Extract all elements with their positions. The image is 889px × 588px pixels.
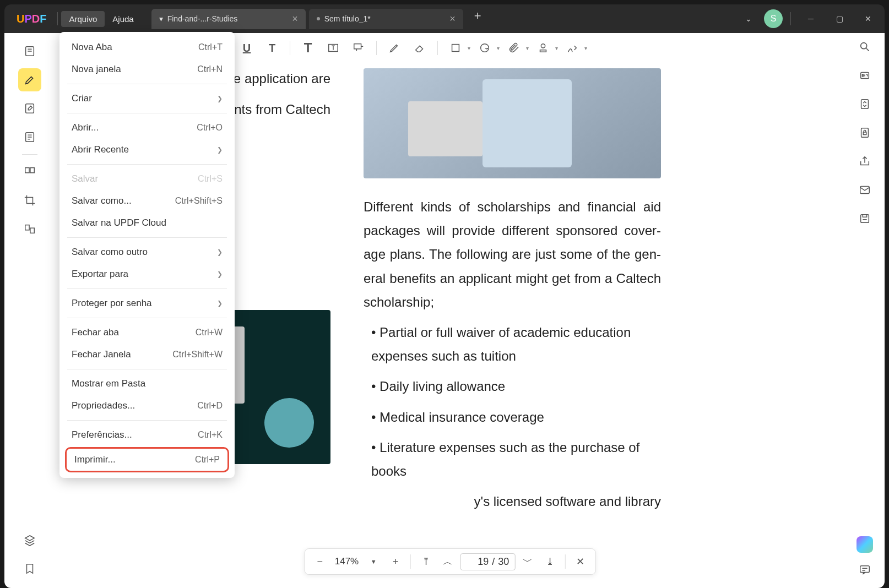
text-icon[interactable]: T <box>297 38 319 58</box>
svg-rect-6 <box>30 228 34 233</box>
minimize-button[interactable]: ─ <box>799 9 823 29</box>
save-icon[interactable] <box>859 213 871 228</box>
chevron-down-icon[interactable]: ▾ <box>526 45 529 51</box>
pencil-icon[interactable] <box>383 38 405 58</box>
attachment-icon[interactable] <box>503 38 525 58</box>
menu-item[interactable]: Proteger por senha❯ <box>59 292 235 314</box>
svg-rect-8 <box>354 44 361 49</box>
svg-rect-14 <box>861 100 869 109</box>
close-button[interactable]: ✕ <box>856 9 880 29</box>
menu-item[interactable]: Mostrar em Pasta <box>59 373 235 395</box>
protect-icon[interactable] <box>859 127 871 142</box>
first-page-button[interactable]: ⤒ <box>416 552 435 571</box>
next-page-button[interactable]: ﹀ <box>518 552 537 571</box>
user-avatar[interactable]: S <box>764 9 783 28</box>
tab-indicator-icon: ▾ <box>159 14 163 23</box>
page-number-input[interactable] <box>467 556 489 568</box>
tab-indicator-icon <box>317 17 320 20</box>
search-icon[interactable] <box>859 41 871 56</box>
menu-item[interactable]: Imprimir...Ctrl+P <box>67 449 227 471</box>
right-sidebar <box>845 33 885 588</box>
new-tab-button[interactable]: + <box>467 9 489 29</box>
menu-item[interactable]: Fechar JanelaCtrl+Shift+W <box>59 344 235 366</box>
svg-rect-15 <box>861 128 869 138</box>
left-sidebar <box>4 33 55 588</box>
signature-icon[interactable] <box>561 38 583 58</box>
close-icon[interactable]: × <box>449 13 456 25</box>
chevron-down-icon[interactable]: ⌄ <box>738 14 760 23</box>
svg-rect-3 <box>25 168 29 173</box>
tab-title: Sem título_1* <box>324 14 371 23</box>
menu-item[interactable]: Exportar para❯ <box>59 263 235 285</box>
squiggly-icon[interactable]: T <box>261 38 283 58</box>
menu-item[interactable]: Propriedades...Ctrl+D <box>59 395 235 417</box>
shape-rect-icon[interactable] <box>444 38 467 58</box>
menu-item[interactable]: Nova AbaCtrl+T <box>59 36 235 58</box>
svg-rect-9 <box>452 45 459 52</box>
comments-icon[interactable] <box>859 564 871 579</box>
svg-rect-16 <box>863 132 866 135</box>
page-controls: − 147% ▼ + ⤒ ︿ / 30 ﹀ ⤓ ✕ <box>305 548 596 575</box>
highlight-tool-icon[interactable] <box>18 68 41 91</box>
doc-bullet: y's licensed software and library <box>364 489 661 513</box>
bookmark-icon[interactable] <box>18 557 41 580</box>
document-column-right: Different kinds of scholarships and fina… <box>364 68 661 582</box>
zoom-dropdown-button[interactable]: ▼ <box>364 552 383 571</box>
chevron-down-icon[interactable]: ▾ <box>497 45 500 51</box>
menu-item[interactable]: Nova janelaCtrl+N <box>59 58 235 80</box>
email-icon[interactable] <box>859 184 871 199</box>
zoom-out-button[interactable]: − <box>311 552 329 571</box>
menu-item[interactable]: Salvar na UPDF Cloud <box>59 212 235 234</box>
menu-item[interactable]: Salvar como...Ctrl+Shift+S <box>59 190 235 212</box>
reader-tool-icon[interactable] <box>18 40 41 63</box>
callout-icon[interactable] <box>348 38 370 58</box>
maximize-button[interactable]: ▢ <box>827 9 852 29</box>
app-logo: UPDF <box>17 13 46 25</box>
doc-bullet: • Partial or full waiver of academic edu… <box>364 320 661 368</box>
svg-rect-1 <box>26 104 34 113</box>
title-bar: UPDF Arquivo Ajuda ▾Find-and-...r-Studie… <box>4 4 885 33</box>
chevron-down-icon[interactable]: ▾ <box>555 45 558 51</box>
prev-page-button[interactable]: ︿ <box>438 552 457 571</box>
document-tab[interactable]: ▾Find-and-...r-Studies × <box>151 9 306 29</box>
svg-point-12 <box>861 43 867 49</box>
close-icon[interactable]: × <box>292 13 298 25</box>
svg-rect-18 <box>861 215 869 223</box>
menu-item[interactable]: Abrir...Ctrl+O <box>59 117 235 139</box>
page-number-box[interactable]: / 30 <box>460 553 515 570</box>
pages-tool-icon[interactable] <box>18 126 41 149</box>
ai-assistant-icon[interactable] <box>857 536 873 553</box>
compress-tool-icon[interactable] <box>18 217 41 241</box>
organize-tool-icon[interactable] <box>18 160 41 183</box>
svg-rect-5 <box>25 225 29 230</box>
doc-paragraph: Different kinds of scholarships and fina… <box>364 195 661 314</box>
edit-tool-icon[interactable] <box>18 97 41 120</box>
menu-item[interactable]: Salvar como outro❯ <box>59 241 235 263</box>
layers-icon[interactable] <box>18 529 41 552</box>
menu-item[interactable]: Criar❯ <box>59 88 235 110</box>
menu-item[interactable]: Preferências...Ctrl+K <box>59 424 235 446</box>
chevron-down-icon[interactable]: ▾ <box>468 45 470 51</box>
menu-help[interactable]: Ajuda <box>105 11 141 27</box>
crop-tool-icon[interactable] <box>18 189 41 212</box>
close-controls-button[interactable]: ✕ <box>571 552 589 571</box>
convert-icon[interactable] <box>859 98 871 113</box>
sticker-icon[interactable] <box>474 38 496 58</box>
svg-point-11 <box>541 44 545 48</box>
zoom-level[interactable]: 147% <box>333 556 361 567</box>
menu-item-highlighted[interactable]: Imprimir...Ctrl+P <box>65 447 229 472</box>
share-icon[interactable] <box>859 155 871 171</box>
last-page-button[interactable]: ⤓ <box>540 552 559 571</box>
document-image <box>364 68 661 178</box>
menu-file[interactable]: Arquivo <box>61 11 105 27</box>
stamp-icon[interactable] <box>532 38 554 58</box>
zoom-in-button[interactable]: + <box>386 552 405 571</box>
underline-icon[interactable]: U <box>236 38 258 58</box>
chevron-down-icon[interactable]: ▾ <box>584 45 587 51</box>
document-tab[interactable]: Sem título_1* × <box>309 9 463 29</box>
eraser-icon[interactable] <box>409 38 431 58</box>
menu-item[interactable]: Abrir Recente❯ <box>59 139 235 161</box>
textbox-icon[interactable] <box>322 38 344 58</box>
ocr-icon[interactable] <box>859 69 871 85</box>
menu-item[interactable]: Fechar abaCtrl+W <box>59 322 235 344</box>
